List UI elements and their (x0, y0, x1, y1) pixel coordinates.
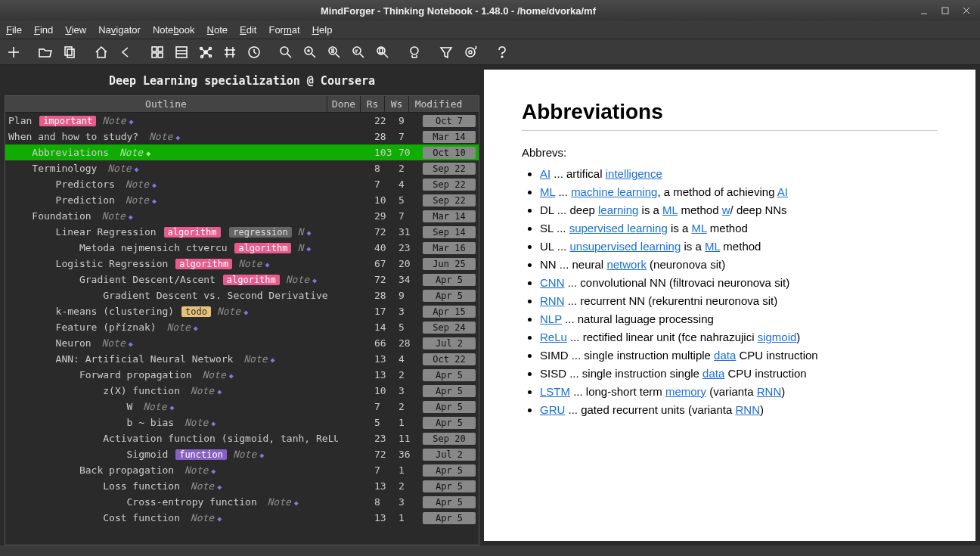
link[interactable]: NLP (540, 312, 562, 325)
list-item: DL ... deep learning is a ML method w/ d… (540, 201, 938, 219)
link[interactable]: machine learning (571, 185, 657, 198)
link[interactable]: ML (691, 222, 706, 235)
link[interactable]: ML (705, 240, 720, 253)
graph-icon[interactable] (195, 42, 216, 63)
new-icon[interactable] (3, 42, 24, 63)
link[interactable]: CNN (540, 276, 565, 289)
table-row[interactable]: Logistic Regression algorithmNote◆6720Ju… (5, 256, 479, 272)
settings-icon[interactable] (460, 42, 481, 63)
table-body[interactable]: Plan importantNote◆229Oct 7When and how … (5, 113, 479, 545)
table-row[interactable]: Terminology Note◆82Sep 22 (5, 160, 479, 176)
table-row[interactable]: b ~ bias Note◆51Apr 5 (5, 415, 479, 430)
link[interactable]: AI (540, 167, 550, 180)
menu-find[interactable]: Find (34, 24, 53, 36)
home-icon[interactable] (91, 42, 112, 63)
think-icon[interactable] (404, 42, 425, 63)
list-item: ML ... machine learning, a method of ach… (540, 183, 938, 201)
link[interactable]: AI (777, 185, 788, 198)
link[interactable]: RNN (735, 403, 760, 416)
list-item: NLP ... natural laguage processing (540, 310, 938, 328)
search-hash-icon[interactable]: # (348, 42, 369, 63)
svg-rect-7 (67, 49, 74, 57)
table-row[interactable]: Loss function Note◆132Apr 5 (5, 478, 479, 494)
menu-navigator[interactable]: Navigator (98, 24, 141, 36)
link[interactable]: RNN (540, 294, 565, 307)
link[interactable]: w (722, 203, 730, 216)
table-row[interactable]: Neuron Note◆6628Jul 2 (5, 335, 479, 351)
menu-format[interactable]: Format (268, 24, 299, 36)
table-row[interactable]: Gradient Descent vs. Second Derivative 2… (5, 287, 479, 303)
table-row[interactable]: ANN: Artificial Neural Network Note◆134O… (5, 351, 479, 367)
search-doc-icon[interactable] (372, 42, 393, 63)
svg-line-40 (336, 54, 340, 57)
menu-view[interactable]: View (65, 24, 86, 36)
app-window: MindForger - Thinking Notebook - 1.48.0 … (0, 0, 980, 556)
content-heading: Abbreviations (522, 100, 938, 131)
search-list-icon[interactable] (324, 42, 345, 63)
col-modified[interactable]: Modified (409, 96, 468, 112)
menu-edit[interactable]: Edit (240, 24, 256, 36)
link[interactable]: supervised learning (569, 222, 668, 235)
col-rs[interactable]: Rs (361, 96, 385, 112)
minimize-button[interactable] (916, 3, 932, 18)
table-row[interactable]: Cross-entropy function Note◆83Apr 5 (5, 494, 479, 510)
link[interactable]: RNN (757, 385, 782, 398)
recent-icon[interactable] (243, 42, 265, 63)
link[interactable]: data (702, 367, 724, 380)
maximize-button[interactable] (938, 3, 953, 18)
table-row[interactable]: Back propagation Note◆71Apr 5 (5, 462, 479, 478)
open-folder-icon[interactable] (35, 42, 56, 63)
col-outline[interactable]: Outline (5, 96, 327, 112)
link[interactable]: data (714, 349, 736, 362)
table-row[interactable]: Sigmoid functionNote◆7236Jul 2 (5, 446, 479, 462)
table-row[interactable]: z(X) function Note◆103Apr 5 (5, 383, 479, 399)
svg-line-30 (254, 52, 256, 54)
link[interactable]: memory (665, 385, 706, 398)
table-header: Outline Done Rs Ws Modified (5, 96, 479, 113)
table-row[interactable]: Activation function (sigmoid, tanh, ReLU… (5, 430, 479, 446)
link[interactable]: ML (662, 203, 678, 216)
col-ws[interactable]: Ws (385, 96, 409, 112)
back-icon[interactable] (115, 42, 136, 63)
table-row[interactable]: Linear Regression algorithm regressionN◆… (5, 224, 479, 240)
table-row[interactable]: Cost function Note◆131Apr 5 (5, 510, 479, 526)
table-row[interactable]: Abbreviations Note◆10370Oct 10 (5, 144, 479, 160)
link[interactable]: sigmoid (758, 331, 797, 343)
note-viewer[interactable]: Abbreviations Abbrevs: AI ... artifical … (484, 70, 975, 541)
table-row[interactable]: Forward propagation Note◆132Apr 5 (5, 367, 479, 383)
link[interactable]: ReLu (540, 331, 567, 343)
help-icon[interactable] (492, 42, 513, 63)
col-done[interactable]: Done (327, 96, 361, 112)
search-icon[interactable] (275, 42, 296, 63)
close-button[interactable] (959, 3, 974, 18)
menu-notebook[interactable]: Notebook (153, 24, 195, 36)
link[interactable]: unsupervised learning (569, 240, 681, 253)
grid-icon[interactable] (147, 42, 168, 63)
list-item: AI ... artifical intelligence (540, 165, 938, 183)
copy-icon[interactable] (59, 42, 80, 63)
table-row[interactable]: Foundation Note◆297Mar 14 (5, 208, 479, 224)
table-row[interactable]: k-means (clustering) todoNote◆173Apr 15 (5, 303, 479, 319)
table-row[interactable]: W Note◆72Apr 5 (5, 399, 479, 415)
table-row[interactable]: Prediction Note◆105Sep 22 (5, 192, 479, 208)
filter-icon[interactable] (436, 42, 457, 63)
search-graph-icon[interactable] (299, 42, 321, 63)
link[interactable]: ML (540, 185, 555, 198)
link[interactable]: learning (598, 203, 638, 216)
list-icon[interactable] (171, 42, 192, 63)
link[interactable]: network (606, 258, 647, 271)
table-row[interactable]: When and how to study? Note◆287Mar 14 (5, 129, 479, 144)
link[interactable]: LSTM (540, 385, 570, 398)
table-row[interactable]: Plan importantNote◆229Oct 7 (5, 113, 479, 129)
link[interactable]: GRU (540, 403, 565, 416)
table-row[interactable]: Metoda nejmensich ctvercu algorithmN◆402… (5, 240, 479, 256)
menu-help[interactable]: Help (312, 24, 333, 36)
table-row[interactable]: Predictors Note◆74Sep 22 (5, 176, 479, 192)
menu-file[interactable]: File (6, 24, 22, 36)
link[interactable]: intelligence (606, 167, 662, 180)
table-row[interactable]: Gradient Descent/Ascent algorithmNote◆72… (5, 272, 479, 287)
table-row[interactable]: Feature (příznak) Note◆145Sep 24 (5, 319, 479, 335)
svg-text:#: # (355, 48, 358, 54)
menu-note[interactable]: Note (207, 24, 228, 36)
tag-icon[interactable] (219, 42, 240, 63)
